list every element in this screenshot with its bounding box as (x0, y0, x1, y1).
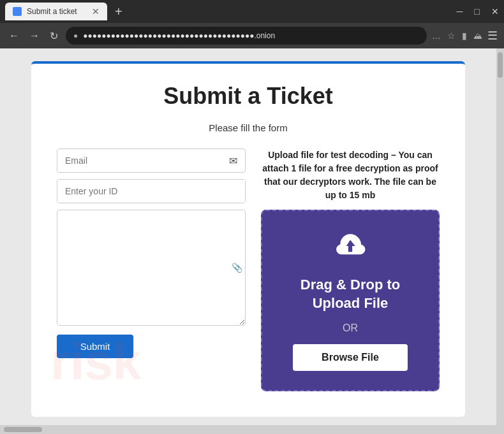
tab-close-icon[interactable]: ✕ (92, 7, 100, 16)
email-input-row: ✉ (57, 148, 246, 173)
close-window-button[interactable]: ✕ (491, 6, 499, 17)
email-field[interactable] (57, 149, 221, 172)
form-section: ✉ 📎 Submit (57, 148, 246, 358)
horizontal-scrollbar[interactable] (0, 425, 504, 434)
browser-menu-button[interactable]: ☰ (487, 29, 498, 43)
maximize-button[interactable]: □ (475, 6, 480, 17)
browser-body: risk Submit a Ticket Please fill the for… (0, 48, 504, 425)
minimize-button[interactable]: ─ (457, 6, 463, 17)
shield-icon[interactable]: ▮ (462, 31, 467, 41)
new-tab-button[interactable]: + (111, 4, 126, 19)
email-icon: ✉ (221, 155, 245, 167)
back-button[interactable]: ← (6, 29, 22, 43)
browser-tab[interactable]: Submit a ticket ✕ (5, 3, 107, 20)
attach-icon: 📎 (232, 263, 242, 273)
h-scrollbar-thumb[interactable] (4, 427, 42, 432)
submit-button[interactable]: Submit (57, 335, 133, 358)
window-controls: ─ □ ✕ (457, 6, 499, 17)
scrollbar-thumb[interactable] (498, 52, 503, 78)
upload-cloud-icon (332, 230, 368, 266)
id-field[interactable] (57, 180, 245, 203)
form-upload-row: ✉ 📎 Submit Upload file (57, 148, 440, 391)
browse-file-button[interactable]: Browse File (293, 344, 408, 371)
vertical-scrollbar[interactable] (496, 48, 504, 425)
or-label: OR (343, 322, 358, 334)
address-bar: ← → ↻ ● ●●●●●●●●●●●●●●●●●●●●●●●●●●●●●●●●… (0, 23, 504, 48)
page-title: Submit a Ticket (57, 83, 440, 110)
address-input[interactable]: ● ●●●●●●●●●●●●●●●●●●●●●●●●●●●●●●●●●●●●●.… (66, 27, 427, 45)
upload-section: Upload file for test decoding – You can … (261, 148, 440, 391)
address-bar-actions: … ☆ ▮ ⛰ (432, 31, 482, 41)
tab-title: Submit a ticket (27, 7, 77, 16)
message-textarea[interactable] (57, 210, 245, 325)
reload-button[interactable]: ↻ (47, 29, 61, 43)
extension-icon[interactable]: ⛰ (473, 31, 482, 41)
upload-dropzone[interactable]: Drag & Drop to Upload File OR Browse Fil… (261, 210, 440, 391)
lock-icon: ● (73, 31, 78, 40)
page-content: risk Submit a Ticket Please fill the for… (0, 48, 496, 425)
more-options-icon[interactable]: … (432, 31, 441, 41)
drag-drop-label: Drag & Drop to Upload File (275, 276, 426, 312)
forward-button[interactable]: → (27, 29, 42, 43)
ticket-card: risk Submit a Ticket Please fill the for… (31, 61, 465, 417)
url-text: ●●●●●●●●●●●●●●●●●●●●●●●●●●●●●●●●●●●●●.on… (83, 31, 419, 40)
id-input-row (57, 179, 246, 203)
tab-favicon-icon (13, 7, 22, 16)
page-subtitle: Please fill the form (57, 122, 440, 133)
browser-titlebar: Submit a ticket ✕ + ─ □ ✕ (0, 0, 504, 23)
bookmark-icon[interactable]: ☆ (447, 31, 456, 41)
upload-description: Upload file for test decoding – You can … (261, 148, 440, 202)
message-textarea-wrap: 📎 (57, 210, 246, 326)
